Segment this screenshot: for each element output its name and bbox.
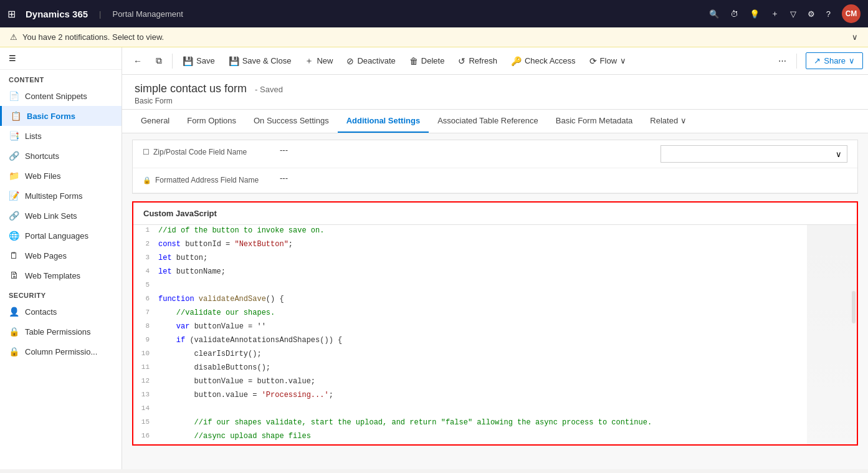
flow-button[interactable]: ⟳ Flow ∨ (583, 53, 632, 69)
code-line-7: 7 //validate our shapes. (133, 307, 857, 321)
sidebar-item-shortcuts[interactable]: 🔗 Shortcuts (0, 146, 122, 166)
tab-general[interactable]: General (132, 110, 178, 133)
sidebar-item-web-templates[interactable]: 🖺 Web Templates (0, 265, 122, 285)
code-line-1: 1 //id of the button to invoke save on. (133, 225, 857, 239)
sidebar-item-lists[interactable]: 📑 Lists (0, 126, 122, 146)
sidebar-label-table-permissions: Table Permissions (25, 327, 91, 337)
sidebar-item-content-snippets[interactable]: 📄 Content Snippets (0, 86, 122, 106)
sidebar-item-web-pages[interactable]: 🗒 Web Pages (0, 246, 122, 265)
sidebar-item-portal-languages[interactable]: 🌐 Portal Languages (0, 226, 122, 246)
multistep-forms-icon: 📝 (9, 191, 19, 201)
zip-postal-value: --- (280, 145, 564, 155)
record-name: simple contact us form (135, 82, 247, 95)
notification-chevron[interactable]: ∨ (852, 32, 858, 42)
table-permissions-icon: 🔒 (9, 327, 19, 337)
save-close-icon: 💾 (229, 56, 239, 66)
portal-languages-icon: 🌐 (9, 231, 19, 241)
waffle-icon[interactable]: ⊞ (7, 8, 16, 20)
popout-button[interactable]: ⧉ (150, 52, 168, 69)
code-line-9: 9 if (validateAnnotationsAndShapes()) { (133, 335, 857, 348)
formatted-address-value: --- (280, 173, 847, 183)
sidebar-item-web-link-sets[interactable]: 🔗 Web Link Sets (0, 206, 122, 226)
search-icon[interactable]: 🔍 (709, 9, 719, 19)
zip-dropdown[interactable]: ∨ (661, 145, 847, 163)
content-section-label: Content (0, 70, 122, 86)
sidebar-item-basic-forms[interactable]: 📋 Basic Forms (0, 106, 122, 126)
tab-additional-settings[interactable]: Additional Settings (338, 110, 429, 133)
save-icon: 💾 (183, 56, 193, 66)
new-icon: ＋ (305, 55, 313, 67)
check-access-icon: 🔑 (511, 56, 522, 66)
formatted-address-label: 🔒 Formatted Address Field Name (143, 173, 280, 184)
custom-js-section: Custom JavaScript 1 //id of the button t… (132, 201, 858, 446)
sidebar-item-column-permissions[interactable]: 🔒 Column Permissio... (0, 342, 122, 361)
delete-icon: 🗑 (409, 56, 418, 66)
share-button[interactable]: ↗ Share ∨ (806, 52, 863, 69)
record-header: simple contact us form - Saved Basic For… (122, 75, 868, 110)
back-button[interactable]: ← (127, 53, 148, 69)
app-name: Dynamics 365 (26, 9, 88, 19)
check-access-label: Check Access (525, 56, 576, 65)
settings-icon[interactable]: ⚙ (808, 9, 815, 19)
share-icon: ↗ (814, 56, 821, 65)
tabs: General Form Options On Success Settings… (122, 110, 868, 133)
zip-dropdown-chevron: ∨ (836, 150, 842, 159)
check-access-button[interactable]: 🔑 Check Access (505, 53, 582, 69)
lock-icon: 🔒 (143, 176, 151, 184)
content-snippets-icon: 📄 (9, 91, 19, 101)
sidebar-item-multistep-forms[interactable]: 📝 Multistep Forms (0, 186, 122, 206)
new-button[interactable]: ＋ New (298, 52, 339, 70)
flow-chevron-icon: ∨ (620, 56, 626, 65)
sidebar-label-basic-forms: Basic Forms (27, 112, 75, 121)
zip-postal-field-row: ☐ Zip/Postal Code Field Name --- ∨ (133, 140, 857, 168)
address-fields-section: ☐ Zip/Postal Code Field Name --- ∨ 🔒 (132, 140, 858, 194)
user-avatar[interactable]: CM (842, 4, 861, 23)
code-line-4: 4 let buttonName; (133, 266, 857, 280)
content-area: ← ⧉ 💾 Save 💾 Save & Close ＋ New ⊘ Deacti… (122, 47, 868, 469)
sidebar-item-web-files[interactable]: 📁 Web Files (0, 166, 122, 186)
code-line-2: 2 const buttonId = "NextButton"; (133, 239, 857, 252)
sidebar-label-multistep-forms: Multistep Forms (25, 191, 82, 201)
lightbulb-icon[interactable]: 💡 (750, 9, 760, 19)
save-button[interactable]: 💾 Save (176, 53, 221, 69)
sidebar-item-contacts[interactable]: 👤 Contacts (0, 302, 122, 322)
code-line-13: 13 button.value = 'Processing...'; (133, 389, 857, 403)
flow-label: Flow (600, 56, 617, 65)
toolbar-divider-1 (172, 54, 173, 69)
deactivate-button[interactable]: ⊘ Deactivate (340, 53, 401, 69)
deactivate-label: Deactivate (357, 56, 395, 65)
more-button[interactable]: ⋯ (772, 53, 793, 69)
delete-button[interactable]: 🗑 Delete (403, 53, 451, 69)
lists-icon: 📑 (9, 131, 19, 141)
custom-js-header: Custom JavaScript (133, 203, 857, 225)
nav-icons: 🔍 ⏱ 💡 ＋ ▽ ⚙ ? CM (709, 4, 861, 23)
notification-bar[interactable]: ⚠ You have 2 notifications. Select to vi… (0, 27, 868, 47)
back-icon: ← (133, 56, 142, 66)
record-saved-badge: - Saved (255, 85, 283, 94)
tab-form-options[interactable]: Form Options (178, 110, 245, 133)
add-icon[interactable]: ＋ (771, 8, 779, 19)
tab-on-success[interactable]: On Success Settings (245, 110, 338, 133)
sidebar-section-security: Security 👤 Contacts 🔒 Table Permissions … (0, 285, 122, 361)
code-editor[interactable]: 1 //id of the button to invoke save on. … (133, 225, 857, 444)
sidebar-item-table-permissions[interactable]: 🔒 Table Permissions (0, 322, 122, 342)
sidebar-label-portal-languages: Portal Languages (25, 231, 88, 241)
tab-associated-table[interactable]: Associated Table Reference (429, 110, 547, 133)
sidebar-label-content-snippets: Content Snippets (25, 92, 87, 101)
sidebar-hamburger[interactable]: ☰ (0, 47, 122, 70)
save-close-button[interactable]: 💾 Save & Close (222, 53, 298, 69)
more-icon: ⋯ (778, 56, 786, 65)
warning-icon: ⚠ (10, 32, 17, 42)
tab-related[interactable]: Related ∨ (641, 110, 695, 133)
zip-checkbox-icon: ☐ (143, 148, 150, 156)
save-label: Save (196, 56, 215, 65)
filter-icon[interactable]: ▽ (790, 9, 796, 19)
tab-basic-form-metadata[interactable]: Basic Form Metadata (547, 110, 642, 133)
module-name: Portal Management (112, 9, 183, 19)
refresh-button[interactable]: ↺ Refresh (452, 53, 503, 69)
deactivate-icon: ⊘ (346, 56, 354, 66)
help-icon[interactable]: ? (826, 9, 831, 19)
code-line-6: 6 function validateAndSave() { (133, 294, 857, 307)
activity-icon[interactable]: ⏱ (730, 9, 738, 19)
basic-forms-icon: 📋 (11, 111, 21, 121)
